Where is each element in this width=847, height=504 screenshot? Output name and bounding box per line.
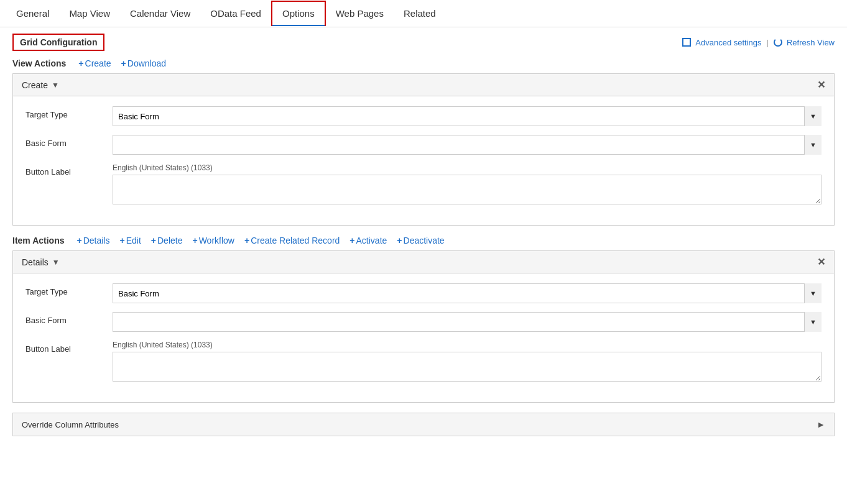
details-button-label-control: English (United States) (1033) [113,341,822,383]
details-target-type-select[interactable]: Basic Form URL Page [113,283,822,303]
create-plus-icon: + [78,58,83,68]
create-card-header: Create ▼ ✕ [13,74,834,96]
workflow-plus-icon: + [192,236,197,245]
nav-item-options[interactable]: Options [271,1,326,26]
download-btn-label: Download [127,58,166,68]
main-content: Grid Configuration Advanced settings | R… [0,27,847,442]
override-title: Override Column Attributes [22,420,119,429]
header-actions: Advanced settings | Refresh View [682,38,835,47]
details-card-body: Target Type Basic Form URL Page ▼ Basic … [13,273,834,402]
section-title: Grid Configuration [12,34,104,51]
details-button-label-row: Button Label English (United States) (10… [25,341,822,383]
nav-item-calendar-view[interactable]: Calendar View [120,2,200,25]
details-basic-form-row: Basic Form ▼ [25,312,822,332]
view-actions-title: View Actions [12,58,66,68]
deactivate-btn-label: Deactivate [404,236,445,245]
details-target-type-label: Target Type [25,283,113,296]
create-target-type-select-wrapper: Basic Form URL Page ▼ [113,106,822,126]
create-button-label-control: English (United States) (1033) [113,163,822,206]
deactivate-plus-icon: + [397,236,402,245]
create-card-dropdown-arrow[interactable]: ▼ [52,81,59,89]
create-target-type-control: Basic Form URL Page ▼ [113,106,822,126]
workflow-action-btn[interactable]: + Workflow [192,236,234,245]
nav-item-map-view[interactable]: Map View [59,2,120,25]
view-actions-bar: View Actions + Create + Download [12,58,835,68]
create-action-btn[interactable]: + Create [78,58,111,68]
details-target-type-control: Basic Form URL Page ▼ [113,283,822,303]
create-target-type-label: Target Type [25,106,113,119]
edit-action-btn[interactable]: + Edit [119,236,141,245]
create-basic-form-row: Basic Form ▼ [25,135,822,155]
create-basic-form-select-wrapper: ▼ [113,135,822,155]
download-plus-icon: + [121,58,126,68]
download-action-btn[interactable]: + Download [121,58,166,68]
item-actions-title: Item Actions [12,236,65,245]
details-card-close-btn[interactable]: ✕ [817,256,825,268]
activate-btn-label: Activate [356,236,387,245]
create-card-title: Create [22,80,48,90]
create-basic-form-label: Basic Form [25,135,113,148]
create-button-label-textarea[interactable] [113,175,822,204]
separator: | [767,38,769,47]
nav-item-related[interactable]: Related [394,2,446,25]
delete-btn-label: Delete [157,236,182,245]
nav-item-odata-feed[interactable]: OData Feed [200,2,271,25]
delete-action-btn[interactable]: + Delete [151,236,183,245]
delete-plus-icon: + [151,236,156,245]
create-btn-label: Create [85,58,111,68]
details-button-label-textarea[interactable] [113,352,822,382]
create-related-plus-icon: + [244,236,249,245]
create-card-close-btn[interactable]: ✕ [817,79,825,91]
create-target-type-row: Target Type Basic Form URL Page ▼ [25,106,822,126]
refresh-icon [774,38,782,47]
create-related-btn-label: Create Related Record [251,236,340,245]
deactivate-action-btn[interactable]: + Deactivate [397,236,444,245]
create-basic-form-control: ▼ [113,135,822,155]
edit-plus-icon: + [119,236,124,245]
create-card-header-left: Create ▼ [22,80,59,90]
activate-action-btn[interactable]: + Activate [349,236,387,245]
details-card-header: Details ▼ ✕ [13,251,834,273]
create-card: Create ▼ ✕ Target Type Basic Form URL Pa… [12,73,835,226]
details-card-header-left: Details ▼ [22,257,60,267]
details-basic-form-select[interactable] [113,312,822,332]
create-button-label-label: Button Label [25,163,113,176]
details-basic-form-label: Basic Form [25,312,113,325]
details-action-btn[interactable]: + Details [77,236,110,245]
edit-btn-label: Edit [126,236,141,245]
details-card: Details ▼ ✕ Target Type Basic Form URL P… [12,250,835,403]
create-button-label-row: Button Label English (United States) (10… [25,163,822,206]
override-section[interactable]: Override Column Attributes ► [12,413,835,436]
details-plus-icon: + [77,236,82,245]
top-navigation: General Map View Calendar View OData Fee… [0,0,847,27]
details-card-title: Details [22,257,49,267]
create-card-body: Target Type Basic Form URL Page ▼ Basic … [13,96,834,225]
workflow-btn-label: Workflow [199,236,234,245]
details-card-dropdown-arrow[interactable]: ▼ [52,258,60,267]
details-basic-form-select-wrapper: ▼ [113,312,822,332]
details-basic-form-control: ▼ [113,312,822,332]
section-header: Grid Configuration Advanced settings | R… [12,34,835,51]
details-target-type-row: Target Type Basic Form URL Page ▼ [25,283,822,303]
create-related-action-btn[interactable]: + Create Related Record [244,236,340,245]
details-button-label-label: Button Label [25,341,113,354]
create-basic-form-select[interactable] [113,135,822,155]
settings-icon [682,38,691,47]
advanced-settings-link[interactable]: Advanced settings [695,38,761,47]
create-target-type-select[interactable]: Basic Form URL Page [113,106,822,126]
activate-plus-icon: + [349,236,354,245]
refresh-view-link[interactable]: Refresh View [787,38,835,47]
create-button-label-locale: English (United States) (1033) [113,163,822,172]
details-btn-label: Details [83,236,110,245]
override-expand-arrow[interactable]: ► [817,419,825,429]
item-actions-bar: Item Actions + Details + Edit + Delete +… [12,236,835,245]
nav-item-general[interactable]: General [6,2,59,25]
nav-item-web-pages[interactable]: Web Pages [326,2,394,25]
details-button-label-locale: English (United States) (1033) [113,341,822,349]
details-target-type-select-wrapper: Basic Form URL Page ▼ [113,283,822,303]
